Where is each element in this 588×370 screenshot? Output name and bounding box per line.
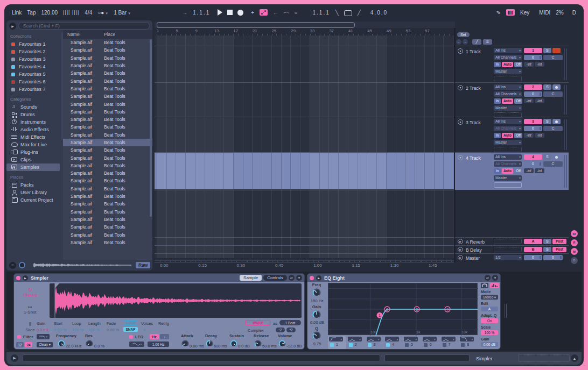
pan-knob[interactable]: C xyxy=(543,55,563,60)
track-name[interactable]: 1 Track xyxy=(466,49,481,54)
monitor-off-button[interactable]: Off xyxy=(514,62,522,67)
return-track-A[interactable]: ▶A ReverbASPost xyxy=(455,237,569,246)
file-list-scrollbar[interactable] xyxy=(150,39,152,217)
file-row[interactable]: Sample.aifBeat Tools xyxy=(63,177,152,184)
master-track-name[interactable]: Master xyxy=(466,255,480,261)
sidebar-item-favourites-2[interactable]: Favourites 2 xyxy=(6,48,63,55)
eq-output-gain-field[interactable]: 0.00 dB xyxy=(481,342,498,347)
param-value-length[interactable]: 100 % xyxy=(88,328,100,332)
return-track-name[interactable]: B Delay xyxy=(466,247,482,253)
eq-band-3[interactable]: ▾3 xyxy=(366,336,383,349)
output-channel-field[interactable] xyxy=(494,182,522,188)
file-row[interactable]: Sample.aifBeat Tools xyxy=(63,92,152,100)
sidebar-item-current-project[interactable]: Current Project xyxy=(6,196,63,204)
lock-tool-button[interactable]: ⚿ xyxy=(483,39,492,45)
back-arrow-button[interactable]: ← xyxy=(456,39,461,45)
lfo-sync-button[interactable]: ♪ xyxy=(160,334,169,339)
eq-q-value[interactable]: 0.75 xyxy=(307,341,327,346)
output-menu[interactable]: Master xyxy=(494,175,522,181)
sustain-knob[interactable] xyxy=(229,339,238,350)
file-row[interactable]: Sample.aifBeat Tools xyxy=(63,146,152,154)
pre-post-toggle[interactable]: Post xyxy=(552,239,566,244)
input-type-menu[interactable]: All Ins xyxy=(494,154,522,160)
solo-button[interactable]: S xyxy=(543,48,551,53)
eq-gain-value[interactable]: 0.00 dB xyxy=(307,320,327,325)
param-value-loop[interactable]: 100 % xyxy=(72,328,83,332)
link-button[interactable]: Link xyxy=(12,10,22,16)
release-knob[interactable] xyxy=(254,339,262,350)
record-button[interactable] xyxy=(237,10,243,16)
browser-collapse-button[interactable]: ▶ xyxy=(9,23,16,30)
sidebar-item-instruments[interactable]: Instruments xyxy=(6,118,63,126)
follow-button[interactable]: → xyxy=(182,10,187,16)
master-track[interactable]: ▶Master1/200 xyxy=(455,253,569,263)
file-row[interactable]: Sample.aifBeat Tools xyxy=(63,162,152,169)
eq-edit-button[interactable]: A xyxy=(481,307,498,311)
stop-button[interactable] xyxy=(227,10,233,15)
band-filter-type-menu[interactable]: ▾ xyxy=(329,337,343,341)
band-filter-type-menu[interactable]: ▾ xyxy=(404,337,418,341)
hot-swap-icon[interactable]: ⇄ xyxy=(485,275,491,281)
track-fold-icon[interactable]: ▶ xyxy=(458,255,463,260)
mode-classic[interactable]: ↻Classic xyxy=(15,287,45,297)
file-row[interactable]: Sample.aifBeat Tools xyxy=(63,154,152,161)
mode-1-shot[interactable]: ↦1-Shot xyxy=(15,304,45,315)
lfo-activator-icon[interactable] xyxy=(129,335,133,339)
master-output-menu[interactable]: 1/2 xyxy=(494,255,522,260)
arm-button[interactable] xyxy=(552,48,561,53)
file-row[interactable]: Sample.aifBeat Tools xyxy=(63,69,152,77)
master-pan-slider[interactable]: 0 xyxy=(543,255,563,260)
tab-sample[interactable]: Sample xyxy=(240,275,262,281)
pan-knob[interactable]: C xyxy=(543,126,563,131)
track-name[interactable]: 4 Track xyxy=(466,155,481,161)
mixer-toggle-r[interactable]: R xyxy=(571,239,578,246)
monitor-auto-button[interactable]: Auto xyxy=(502,133,513,138)
file-row[interactable]: Sample.aifBeat Tools xyxy=(63,185,152,193)
eq-frequency-display[interactable]: 12341001k10k xyxy=(328,283,478,335)
time-signature-field[interactable]: 4/4 xyxy=(85,10,92,16)
key-map-button[interactable]: Key xyxy=(520,10,529,16)
solo-button[interactable]: S xyxy=(543,84,551,90)
file-row[interactable]: Sample.aifBeat Tools xyxy=(63,100,152,108)
band-filter-type-menu[interactable]: ▾ xyxy=(367,337,381,341)
input-channel-menu[interactable]: All Channels xyxy=(494,161,522,167)
file-row[interactable]: Sample.aifBeat Tools xyxy=(63,231,152,238)
track-fold-icon[interactable]: ▼ xyxy=(458,155,463,160)
filter-slope-12-button[interactable]: 12 xyxy=(16,342,24,347)
file-row[interactable]: Sample.aifBeat Tools xyxy=(63,46,152,54)
eq-band-7[interactable]: ▾7 xyxy=(440,336,458,349)
warp-button[interactable]: WARP xyxy=(246,320,270,325)
file-row[interactable]: Sample.aifBeat Tools xyxy=(63,216,152,223)
return-io-field[interactable] xyxy=(494,239,522,244)
track-fold-icon[interactable]: ▶ xyxy=(458,239,463,244)
metronome-toggle[interactable]: ○●▼ xyxy=(97,10,108,16)
param-value-start[interactable]: 0.00 % xyxy=(54,328,66,332)
capture-midi-button[interactable]: ○ xyxy=(294,10,297,16)
return-track-name[interactable]: A Reverb xyxy=(466,239,485,245)
input-channel-menu[interactable]: All Channels xyxy=(494,126,522,131)
return-io-field[interactable] xyxy=(494,247,522,252)
sidebar-item-samples[interactable]: Samples xyxy=(6,163,60,171)
track-activator-button[interactable]: 2 xyxy=(524,84,542,90)
solo-button[interactable]: S xyxy=(543,247,551,252)
file-list-header[interactable]: NamePlace xyxy=(63,30,152,39)
clip-view-toggle-button[interactable]: ▶ xyxy=(11,354,18,362)
band-activator-toggle[interactable] xyxy=(330,343,334,347)
volume-knob[interactable] xyxy=(278,339,286,350)
draw-region-icon[interactable]: ⌐¬ xyxy=(284,10,289,15)
eq-band-4[interactable]: ▾4 xyxy=(384,336,402,349)
monitor-auto-button[interactable]: Auto xyxy=(502,98,513,104)
nudge-icons[interactable]: |||| |||| xyxy=(63,10,79,15)
attack-value[interactable]: 0.00 ms xyxy=(190,344,204,348)
monitor-in-button[interactable]: In xyxy=(494,168,501,174)
solo-button[interactable]: S xyxy=(543,119,551,124)
release-value[interactable]: 50.0 ms xyxy=(262,344,277,348)
pan-knob[interactable]: C xyxy=(543,161,563,167)
output-menu[interactable]: Master xyxy=(494,69,522,74)
track-header-3[interactable]: ▼3 TrackAll InsAll ChannelsInAutoOffMast… xyxy=(455,117,569,152)
res-value[interactable]: 0.0 % xyxy=(94,344,104,348)
sidebar-item-drums[interactable]: Drums xyxy=(6,111,63,118)
band-activator-toggle[interactable] xyxy=(405,343,409,347)
device-fold-icon[interactable]: ▶ xyxy=(316,275,321,281)
file-row[interactable]: Sample.aifBeat Tools xyxy=(63,223,152,231)
